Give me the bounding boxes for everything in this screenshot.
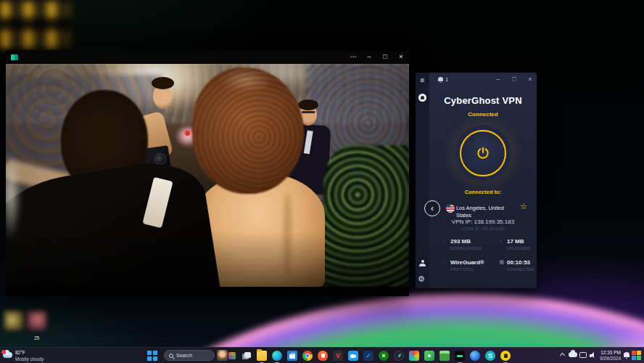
vpn-minimize-button[interactable]: – [491,73,505,86]
download-arrow-icon: ↓ [442,238,445,245]
microsoft-store-icon [287,351,297,361]
video-content[interactable] [6,64,409,287]
gauge-icon [394,351,404,361]
weather-alert-badge [1,350,6,354]
upload-value: 17 MB [507,238,524,245]
desktop-icons-blurred-top-left[interactable] [0,1,70,48]
connected-to-label: Connected to: [429,189,537,195]
edge-browser-icon [272,351,282,361]
taskbar-icon-brave[interactable] [317,350,329,362]
taskbar-icon-teal-s-app[interactable]: S [484,350,496,362]
vpn-close-button[interactable]: × [523,73,537,86]
colorful-app-icon [409,351,419,361]
close-button[interactable]: × [393,50,409,64]
taskbar-icon-red-shield-app[interactable]: V [332,350,344,362]
cyberghost-vpn-window: ≡ ⚙ 1 – □ × CyberGhost VPN Connected Con… [416,73,537,288]
maximize-button[interactable]: □ [377,50,393,64]
tray-notification-bell-icon[interactable] [624,352,629,359]
vpn-ip-text: VPN IP: 138.199.35.183 [429,219,537,225]
taskbar-icon-chrome[interactable] [302,350,313,362]
taskbar-icon-cyberghost[interactable] [500,350,511,362]
tray-clock[interactable]: 12:33 PM 9/24/2024 [598,350,621,362]
widgets-mini-icon[interactable] [228,352,236,359]
tray-colorful-app-icon[interactable] [632,351,641,360]
download-label: DOWNLOADED [450,246,482,250]
taskbar-icon-edge[interactable] [271,350,283,362]
start-button[interactable] [147,351,157,361]
taskbar-icon-green-cube-app[interactable] [439,350,450,362]
local-ip-text: LOCAL IP: 104.28.53.83 [429,227,537,231]
vpn-app-title: CyberGhost VPN [429,95,537,106]
power-icon [475,145,491,161]
taskbar-icon-twitter[interactable] [347,350,359,362]
check-icon: ✓ [363,351,373,361]
search-label: Search [176,353,192,358]
protocol-value: WireGuard® [450,259,484,266]
previous-server-button[interactable]: ‹ [424,200,440,216]
green-cube-icon [439,351,450,361]
red-shield-icon: V [333,351,343,361]
xbox-icon: × [379,351,389,361]
desktop-icon-blurred-1[interactable] [4,311,24,330]
menu-icon[interactable]: ≡ [418,76,426,84]
widgets-news-thumbnail[interactable] [217,350,228,361]
tray-time: 12:33 PM [598,350,621,356]
disconnect-power-button[interactable] [460,130,506,176]
file-explorer-icon [257,351,267,361]
tray-speaker-icon[interactable] [590,352,596,359]
connected-time-value: 00:10:53 [507,259,530,266]
video-player-window: ⋯ – □ × [6,50,409,296]
connected-time-label: CONNECTED [507,267,534,272]
weather-cloud-icon [3,352,12,358]
media-player-app-icon [11,54,18,60]
taskbar-icon-performance-app[interactable] [393,350,405,362]
weather-widget[interactable]: 82°F Mostly cloudy [2,349,60,362]
taskbar-icon-colorful-app[interactable] [408,350,420,362]
download-value: 293 MB [450,238,471,245]
tray-date: 9/24/2024 [598,356,621,362]
account-icon[interactable] [419,260,426,266]
minimize-button[interactable]: – [361,50,377,64]
twitter-bird-icon [348,351,358,361]
taskbar-icon-hulu[interactable] [454,350,466,362]
cyberghost-taskbar-icon [500,351,511,361]
weather-condition: Mostly cloudy [15,356,44,362]
notification-bell-icon[interactable] [438,77,443,83]
notification-count: 1 [445,76,448,83]
search-icon [169,354,173,358]
desktop-icon-blurred-2[interactable] [27,311,46,330]
video-scene-vignette [6,64,409,287]
protocol-icon: ∴ [442,259,445,266]
teal-s-icon: S [485,351,495,361]
us-flag-icon [446,204,455,213]
taskbar-icon-file-explorer[interactable] [256,350,268,362]
taskbar-icon-microsoft-store[interactable] [286,350,298,362]
video-window-bottom-bar [6,287,409,296]
globe-icon [470,351,480,361]
taskbar-search-box[interactable]: Search [164,350,215,361]
tray-onedrive-icon[interactable] [569,352,577,357]
taskbar: 82°F Mostly cloudy Search V ✓ × [0,347,644,363]
more-options-button[interactable]: ⋯ [345,50,361,64]
tray-show-hidden-icons-chevron[interactable] [560,353,565,358]
taskbar-icon-xbox[interactable]: × [378,350,389,362]
desktop-icon-label: 25 [27,335,46,340]
upload-label: UPLOADED [507,246,531,250]
cyberghost-logo-icon[interactable] [418,94,426,102]
server-name[interactable]: Los Angeles, United States [456,205,520,219]
desktop: 25 ⋯ – □ × [0,0,644,363]
tray-display-icon[interactable] [579,352,587,358]
chrome-browser-icon [302,351,313,361]
vpn-status-text: Connected [429,111,537,118]
vpn-maximize-button[interactable]: □ [507,73,521,86]
upload-arrow-icon: ↑ [499,238,502,245]
weather-temperature: 82°F [15,350,25,355]
favorite-star-icon[interactable]: ☆ [520,202,527,211]
settings-gear-icon[interactable]: ⚙ [418,274,425,284]
taskbar-icon-todo-app[interactable]: ✓ [363,350,374,362]
taskbar-icon-task-view[interactable] [241,350,252,362]
taskbar-icon-globe-app[interactable] [469,350,481,362]
video-window-titlebar[interactable]: ⋯ – □ × [6,50,409,64]
task-view-icon [242,351,252,361]
taskbar-icon-green-app[interactable] [424,350,435,362]
